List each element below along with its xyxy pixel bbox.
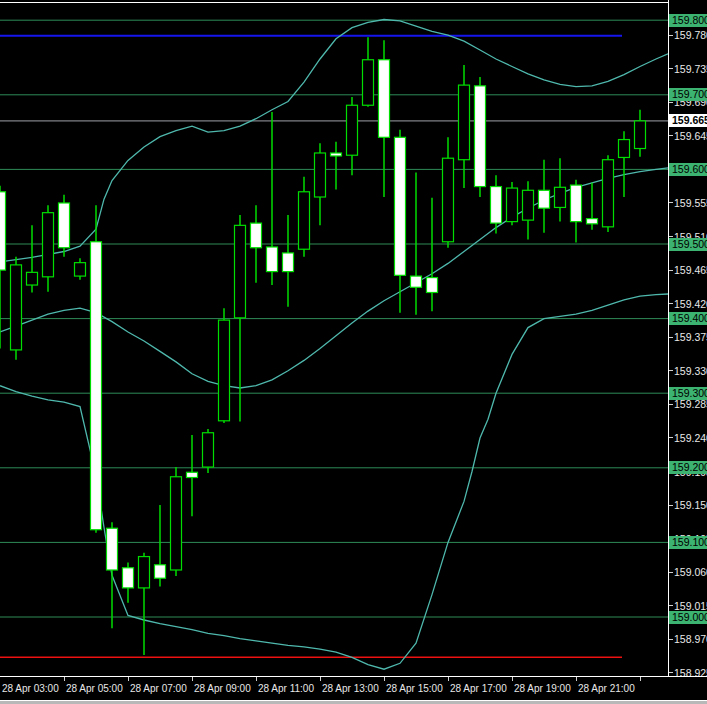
candle-body-10:00: [283, 253, 294, 272]
price-tick-label-159.375: 159.375: [674, 331, 707, 343]
price-level-badge-159.600: 159.600: [669, 163, 707, 176]
time-tick-15:00: [448, 677, 449, 681]
candle-body-03:30: [75, 263, 86, 276]
time-label-11:00: 28 Apr 11:00: [258, 683, 316, 694]
price-level-badge-159.800: 159.800: [669, 14, 707, 27]
candle-body-12:30: [363, 60, 374, 106]
price-tick-dash-159.690: [669, 102, 673, 103]
candle-body-18:30: [555, 187, 566, 207]
candle-body-01:30: [11, 265, 22, 350]
candle-body-20:00: [603, 160, 614, 227]
price-tick-label-159.060: 159.060: [674, 566, 707, 578]
candle-body-16:30: [491, 187, 502, 224]
time-label-09:00: 28 Apr 09:00: [194, 683, 252, 694]
time-label-15:00: 28 Apr 15:00: [386, 683, 444, 694]
candle-body-02:00: [27, 272, 38, 285]
candle-body-04:00: [91, 242, 102, 530]
candle-body-08:00: [219, 320, 230, 421]
chart-plot-area[interactable]: [0, 0, 668, 677]
trading-chart-window: 159.780159.735159.690159.645159.600159.5…: [0, 0, 707, 704]
price-tick-label-159.735: 159.735: [674, 63, 707, 75]
candlestick-chart[interactable]: [0, 0, 668, 677]
bollinger-upper-band: [0, 20, 668, 262]
price-tick-dash-159.240: [669, 437, 673, 438]
price-tick-dash-159.465: [669, 270, 673, 271]
time-label-19:00: 28 Apr 19:00: [514, 683, 572, 694]
candle-body-16:00: [475, 86, 486, 187]
time-label-13:00: 28 Apr 13:00: [322, 683, 380, 694]
price-tick-label-159.285: 159.285: [674, 398, 707, 410]
candle-body-07:00: [187, 472, 198, 477]
candle-body-08:30: [235, 225, 246, 318]
price-tick-dash-159.150: [669, 505, 673, 506]
candle-body-09:30: [267, 247, 278, 272]
price-tick-dash-159.735: [669, 68, 673, 69]
price-tick-dash-159.330: [669, 370, 673, 371]
price-tick-label-159.150: 159.150: [674, 499, 707, 511]
time-label-03:00: 28 Apr 03:00: [2, 683, 60, 694]
price-level-badge-159.200: 159.200: [669, 461, 707, 474]
time-tick-13:00: [384, 677, 385, 681]
price-level-badge-159.400: 159.400: [669, 312, 707, 325]
price-tick-label-159.555: 159.555: [674, 197, 707, 209]
candle-body-07:30: [203, 433, 214, 467]
price-level-badge-159.000: 159.000: [669, 611, 707, 624]
time-axis[interactable]: 28 Apr 03:0028 Apr 05:0028 Apr 07:0028 A…: [0, 677, 707, 700]
price-tick-dash-159.420: [669, 303, 673, 304]
price-tick-dash-159.375: [669, 337, 673, 338]
price-tick-dash-159.285: [669, 404, 673, 405]
price-level-badge-159.500: 159.500: [669, 238, 707, 251]
price-tick-dash-159.780: [669, 35, 673, 36]
price-tick-label-159.330: 159.330: [674, 365, 707, 377]
price-tick-label-159.780: 159.780: [674, 29, 707, 41]
price-tick-dash-159.645: [669, 135, 673, 136]
time-label-21:00: 28 Apr 21:00: [578, 683, 636, 694]
price-tick-dash-159.555: [669, 202, 673, 203]
price-tick-dash-159.060: [669, 572, 673, 573]
candle-body-18:00: [539, 190, 550, 208]
candle-body-19:00: [571, 185, 582, 222]
candle-body-20:30: [619, 140, 630, 158]
candle-body-03:00: [59, 203, 70, 248]
price-level-badge-159.700: 159.700: [669, 88, 707, 101]
candle-body-10:30: [299, 192, 310, 249]
time-tick-03:00: [64, 677, 65, 681]
candle-body-01:00: [0, 192, 6, 270]
time-label-05:00: 28 Apr 05:00: [66, 683, 124, 694]
time-tick-19:00: [576, 677, 577, 681]
candle-body-17:30: [523, 190, 534, 220]
candle-body-05:30: [139, 557, 150, 588]
price-tick-dash-159.015: [669, 605, 673, 606]
time-tick-21:00: [640, 677, 641, 681]
price-level-badge-159.100: 159.100: [669, 536, 707, 549]
candle-body-09:00: [251, 223, 262, 248]
candle-body-06:00: [155, 565, 166, 578]
price-tick-dash-158.925: [669, 672, 673, 673]
candle-body-04:30: [107, 528, 118, 570]
time-tick-09:00: [256, 677, 257, 681]
candle-body-05:00: [123, 568, 134, 588]
time-tick-17:00: [512, 677, 513, 681]
price-level-badge-159.300: 159.300: [669, 387, 707, 400]
price-tick-label-158.970: 158.970: [674, 633, 707, 645]
candle-body-14:00: [411, 276, 422, 287]
current-price-badge: 159.665: [669, 114, 707, 127]
candle-body-19:30: [587, 219, 598, 224]
price-tick-label-159.465: 159.465: [674, 264, 707, 276]
price-tick-label-159.240: 159.240: [674, 432, 707, 444]
time-tick-11:00: [320, 677, 321, 681]
candle-body-06:30: [171, 477, 182, 570]
time-tick-07:00: [192, 677, 193, 681]
candle-body-15:30: [459, 85, 470, 160]
time-tick-05:00: [128, 677, 129, 681]
price-axis[interactable]: 159.780159.735159.690159.645159.600159.5…: [669, 0, 707, 677]
price-tick-label-159.420: 159.420: [674, 298, 707, 310]
time-label-17:00: 28 Apr 17:00: [450, 683, 508, 694]
candle-body-12:00: [347, 105, 358, 155]
candle-body-11:30: [331, 153, 342, 156]
window-bottom-edge: [0, 700, 707, 704]
candle-body-02:30: [43, 213, 54, 277]
candle-body-14:30: [427, 278, 438, 293]
candle-body-21:00: [635, 121, 646, 149]
candle-body-11:00: [315, 153, 326, 197]
